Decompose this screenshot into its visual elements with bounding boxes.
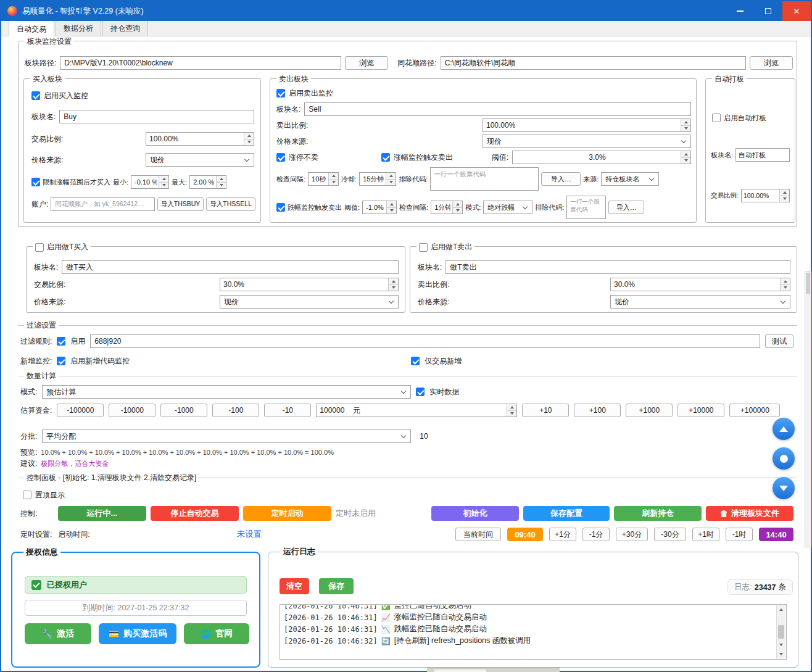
minus-1hour-button[interactable]: -1时: [726, 528, 753, 541]
enable-t-sell-checkbox[interactable]: [419, 243, 428, 252]
min-rise-spinner[interactable]: -0.10 %: [131, 175, 169, 189]
timer-start-button[interactable]: 定时启动: [243, 506, 331, 521]
scrollbar-thumb[interactable]: [778, 625, 784, 639]
start-time-value[interactable]: 未设置: [237, 529, 262, 540]
sell-name-input[interactable]: Sell: [304, 102, 691, 116]
buy-name-input[interactable]: Buy: [59, 110, 254, 123]
max-rise-spinner[interactable]: 2.00 %: [189, 175, 226, 189]
board-ratio-spinner[interactable]: 100.00%: [741, 189, 790, 202]
buy-price-source-select[interactable]: 现价: [146, 153, 254, 167]
scroll-middle-button[interactable]: [773, 447, 795, 470]
scrollbar-up-icon[interactable]: [777, 605, 785, 614]
exclude-codes-textarea[interactable]: 一行一个股票代码: [430, 167, 539, 191]
spinner-arrows-icon[interactable]: [244, 133, 254, 145]
fall-interval-spinner[interactable]: 1分钟: [431, 201, 463, 214]
enable-t-buy-checkbox[interactable]: [35, 243, 44, 252]
scrollbar-down-icon[interactable]: [777, 641, 785, 649]
batch-count-input[interactable]: 10: [416, 429, 793, 443]
sell-ratio-spinner[interactable]: 100.00%: [483, 118, 691, 132]
capital-minus-10-button[interactable]: -10: [264, 404, 311, 417]
plus-30min-button[interactable]: +30分: [616, 528, 648, 541]
capital-plus-10-button[interactable]: +10: [522, 404, 569, 417]
spinner-arrows-icon[interactable]: [216, 176, 226, 188]
spinner-arrows-icon[interactable]: [681, 151, 690, 164]
filter-rule-input[interactable]: 688|920: [90, 334, 760, 348]
enable-auto-board-checkbox[interactable]: [712, 114, 721, 122]
import-thssell-button[interactable]: 导入THSSELL: [206, 197, 255, 211]
capital-plus-100000-button[interactable]: +100000: [729, 404, 780, 417]
capital-minus-1000-button[interactable]: -1000: [160, 404, 207, 417]
fall-mode-select[interactable]: 绝对跌幅: [483, 201, 532, 214]
spinner-arrows-icon[interactable]: [452, 201, 462, 214]
filter-test-button[interactable]: 测试: [765, 334, 793, 348]
capital-plus-10000-button[interactable]: +10000: [677, 404, 724, 417]
account-input[interactable]: 同花顺账户，如 yk_5962412…: [51, 197, 154, 211]
close-button[interactable]: ✕: [782, 1, 811, 21]
minus-1min-button[interactable]: -1分: [582, 528, 610, 541]
enable-sell-monitor-checkbox[interactable]: [276, 89, 285, 97]
log-clear-button[interactable]: 清空: [280, 578, 309, 594]
import-thsbuy-button[interactable]: 导入THSBUY: [157, 197, 204, 211]
t-sell-ratio-spinner[interactable]: 30.0%: [610, 278, 790, 291]
t-buy-price-select[interactable]: 现价: [220, 295, 399, 309]
activate-button[interactable]: 🔧 激活: [25, 623, 91, 644]
scroll-to-bottom-button[interactable]: [773, 477, 795, 499]
filter-enable-checkbox[interactable]: [57, 337, 65, 346]
only-trade-new-checkbox[interactable]: [411, 357, 420, 365]
ths-path-input[interactable]: C:\同花顺软件\同花顺: [441, 56, 746, 70]
calc-mode-select[interactable]: 预估计算: [42, 385, 411, 399]
clean-block-files-button[interactable]: 🗑 清理板块文件: [706, 506, 793, 521]
minus-30min-button[interactable]: -30分: [654, 528, 686, 541]
morning-time-display[interactable]: 09:40: [507, 528, 543, 541]
capital-plus-1000-button[interactable]: +1000: [626, 404, 673, 417]
rise-threshold-spinner[interactable]: 3.0%: [512, 151, 691, 164]
rise-trigger-checkbox[interactable]: [381, 153, 390, 162]
minimize-button[interactable]: [726, 1, 754, 21]
limit-up-hold-checkbox[interactable]: [276, 153, 285, 162]
spinner-arrows-icon[interactable]: [507, 404, 516, 417]
capital-input[interactable]: 100000 元: [316, 404, 517, 417]
cooldown-spinner[interactable]: 15分钟: [359, 172, 396, 186]
fall-trigger-checkbox[interactable]: [276, 203, 285, 212]
spinner-arrows-icon[interactable]: [386, 201, 396, 214]
running-button[interactable]: 运行中...: [58, 506, 146, 521]
capital-minus-10000-button[interactable]: -10000: [109, 404, 155, 417]
log-scrollbar[interactable]: [776, 605, 785, 658]
capital-minus-100-button[interactable]: -100: [212, 404, 259, 417]
ths-path-browse-button[interactable]: 浏览: [750, 56, 793, 70]
spinner-arrows-icon[interactable]: [779, 189, 789, 202]
afternoon-time-display[interactable]: 14:40: [759, 528, 793, 541]
limit-range-checkbox[interactable]: [31, 178, 40, 186]
spinner-arrows-icon[interactable]: [681, 119, 690, 131]
sell-price-source-select[interactable]: 现价: [483, 135, 691, 148]
fall-threshold-spinner[interactable]: -1.0%: [362, 201, 397, 214]
batch-select[interactable]: 平均分配: [42, 429, 411, 443]
current-time-button[interactable]: 当前时间: [455, 528, 501, 541]
refresh-positions-button[interactable]: 刷新持仓: [614, 506, 702, 521]
block-path-input[interactable]: D:\MPV版V1.20\T0002\blocknew: [60, 56, 341, 70]
buy-activation-code-button[interactable]: 💳 购买激活码: [99, 623, 176, 644]
spinner-arrows-icon[interactable]: [386, 173, 396, 185]
plus-1hour-button[interactable]: +1时: [692, 528, 719, 541]
stop-auto-trade-button[interactable]: 停止自动交易: [151, 506, 239, 521]
source-select[interactable]: 持仓板块名: [601, 172, 659, 186]
scrollbar-down-icon[interactable]: [777, 650, 785, 658]
topmost-checkbox[interactable]: [23, 491, 31, 499]
tab-auto-trade[interactable]: 自动交易: [9, 20, 54, 36]
initialize-button[interactable]: 初始化: [431, 506, 519, 521]
log-area[interactable]: [2026-01-26 10:46:31] ✅ 监控已随自动交易启动 [2026…: [280, 604, 787, 660]
fall-exclude-textarea[interactable]: 一行一个股票代码: [566, 196, 606, 219]
capital-plus-100-button[interactable]: +100: [574, 404, 621, 417]
block-path-browse-button[interactable]: 浏览: [345, 56, 388, 70]
t-sell-name-input[interactable]: 做T卖出: [445, 260, 790, 274]
tab-position-query[interactable]: 持仓查询: [102, 20, 148, 36]
spinner-arrows-icon[interactable]: [328, 173, 338, 185]
buy-ratio-spinner[interactable]: 100.00%: [146, 132, 254, 146]
maximize-button[interactable]: [754, 1, 782, 21]
board-name-input[interactable]: 自动打板: [735, 148, 790, 162]
spinner-arrows-icon[interactable]: [159, 176, 168, 188]
check-interval-spinner[interactable]: 10秒: [308, 172, 339, 186]
log-save-button[interactable]: 保存: [319, 578, 354, 594]
spinner-arrows-icon[interactable]: [780, 278, 790, 291]
new-code-monitor-checkbox[interactable]: [57, 357, 65, 365]
